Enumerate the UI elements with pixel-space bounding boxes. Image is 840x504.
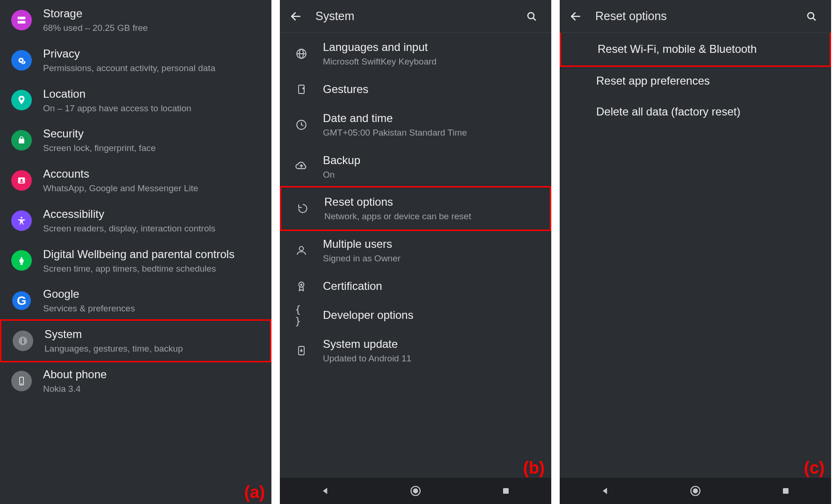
row-title: Reset options xyxy=(324,195,541,209)
row-title: Storage xyxy=(43,7,262,21)
panel-caption-b: (b) xyxy=(523,458,545,478)
back-button[interactable] xyxy=(285,5,307,28)
nav-recent[interactable] xyxy=(485,482,527,500)
header-title: System xyxy=(315,9,521,23)
location-icon xyxy=(11,90,32,110)
system-row-update[interactable]: System update Updated to Android 11 xyxy=(280,330,551,372)
row-title: Accessibility xyxy=(43,207,262,221)
panel-b: System Languages and input Microsoft Swi… xyxy=(280,0,551,504)
row-title: Certification xyxy=(323,279,542,293)
settings-row-accounts[interactable]: Accounts WhatsApp, Google and Messenger … xyxy=(0,160,271,201)
row-title: Security xyxy=(43,127,262,141)
svg-point-36 xyxy=(694,489,698,493)
system-row-users[interactable]: Multiple users Signed in as Owner xyxy=(280,230,551,272)
nav-back[interactable] xyxy=(584,482,626,500)
dev-icon: { } xyxy=(295,309,308,322)
svg-rect-0 xyxy=(18,17,26,20)
row-title: Digital Wellbeing and parental controls xyxy=(43,247,262,261)
storage-icon xyxy=(11,10,32,30)
row-sub: 68% used – 20.25 GB free xyxy=(43,22,262,34)
google-icon: G xyxy=(11,290,32,311)
row-sub: Screen lock, fingerprint, face xyxy=(43,143,262,154)
svg-rect-6 xyxy=(24,61,26,63)
settings-row-google[interactable]: G Google Services & preferences xyxy=(0,281,271,321)
system-row-reset[interactable]: Reset options Network, apps or device ca… xyxy=(280,186,551,231)
svg-line-34 xyxy=(813,18,815,20)
wellbeing-icon xyxy=(11,250,32,271)
system-row-languages[interactable]: Languages and input Microsoft SwiftKey K… xyxy=(280,33,551,75)
system-row-dev[interactable]: { } Developer options xyxy=(280,301,551,330)
row-title: Developer options xyxy=(323,308,542,322)
system-icon xyxy=(13,331,33,351)
accessibility-icon xyxy=(11,210,32,231)
row-title: Date and time xyxy=(323,111,542,125)
header-b: System xyxy=(280,0,551,33)
svg-line-20 xyxy=(533,18,535,20)
search-button[interactable] xyxy=(521,6,542,27)
svg-point-14 xyxy=(22,338,24,340)
svg-point-5 xyxy=(20,59,22,61)
row-sub: Nokia 3.4 xyxy=(43,383,262,395)
row-sub: Updated to Android 11 xyxy=(323,353,542,364)
svg-rect-1 xyxy=(18,21,26,24)
system-row-backup[interactable]: Backup On xyxy=(280,146,551,188)
row-sub: Services & preferences xyxy=(43,303,262,314)
svg-text:G: G xyxy=(17,294,26,308)
row-title: Privacy xyxy=(43,47,262,61)
back-button[interactable] xyxy=(564,5,587,28)
svg-point-8 xyxy=(21,179,23,181)
panel-a: Storage 68% used – 20.25 GB free Privacy… xyxy=(0,0,271,504)
row-title: Location xyxy=(43,87,262,101)
row-sub: Screen time, app timers, bedtime schedul… xyxy=(43,263,262,274)
system-row-gestures[interactable]: Gestures xyxy=(280,75,551,104)
nav-back[interactable] xyxy=(304,482,346,500)
reset-list: Reset Wi-Fi, mobile & Bluetooth Reset ap… xyxy=(560,33,831,478)
row-title: System xyxy=(44,327,261,341)
system-row-date[interactable]: Date and time GMT+05:00 Pakistan Standar… xyxy=(280,104,551,146)
search-button[interactable] xyxy=(801,6,822,27)
panel-caption-a: (a) xyxy=(244,482,265,502)
row-title: Delete all data (factory reset) xyxy=(596,105,822,119)
header-title: Reset options xyxy=(595,9,801,23)
header-c: Reset options xyxy=(560,0,831,33)
svg-point-30 xyxy=(414,489,418,493)
settings-row-wellbeing[interactable]: Digital Wellbeing and parental controls … xyxy=(0,241,271,281)
backup-icon xyxy=(295,160,308,173)
reset-row-app-prefs[interactable]: Reset app preferences xyxy=(560,65,831,96)
clock-icon xyxy=(295,118,308,131)
nav-home[interactable] xyxy=(394,482,437,500)
row-title: Accounts xyxy=(43,167,262,181)
row-sub: GMT+05:00 Pakistan Standard Time xyxy=(323,127,542,138)
nav-recent[interactable] xyxy=(765,482,807,500)
reset-row-factory[interactable]: Delete all data (factory reset) xyxy=(560,96,831,127)
row-sub: WhatsApp, Google and Messenger Lite xyxy=(43,183,262,194)
settings-row-accessibility[interactable]: Accessibility Screen readers, display, i… xyxy=(0,201,271,241)
nav-home[interactable] xyxy=(674,482,716,500)
row-sub: Screen readers, display, interaction con… xyxy=(43,223,262,234)
cert-icon xyxy=(295,280,308,293)
row-sub: Signed in as Owner xyxy=(323,253,542,264)
row-sub: Microsoft SwiftKey Keyboard xyxy=(323,56,542,67)
panel-caption-c: (c) xyxy=(804,458,825,478)
svg-point-26 xyxy=(299,246,304,251)
settings-row-privacy[interactable]: Privacy Permissions, account activity, p… xyxy=(0,40,271,80)
row-title: System update xyxy=(323,337,542,351)
settings-row-about[interactable]: About phone Nokia 3.4 xyxy=(0,361,271,401)
row-title: Google xyxy=(43,287,262,301)
svg-point-9 xyxy=(21,216,22,218)
row-sub: Permissions, account activity, personal … xyxy=(43,63,262,74)
language-icon xyxy=(295,47,308,60)
reset-row-wifi[interactable]: Reset Wi-Fi, mobile & Bluetooth xyxy=(560,33,831,67)
svg-rect-31 xyxy=(503,488,509,494)
reset-icon xyxy=(296,202,309,215)
settings-row-location[interactable]: Location On – 17 apps have access to loc… xyxy=(0,80,271,121)
settings-row-storage[interactable]: Storage 68% used – 20.25 GB free xyxy=(0,0,271,40)
settings-row-system[interactable]: System Languages, gestures, time, backup xyxy=(0,319,271,362)
system-row-cert[interactable]: Certification xyxy=(280,272,551,301)
panel-c: Reset options Reset Wi-Fi, mobile & Blue… xyxy=(560,0,831,504)
row-sub: Network, apps or device can be reset xyxy=(324,211,541,222)
nav-bar-c xyxy=(560,478,831,504)
row-sub: On xyxy=(323,169,542,180)
person-icon xyxy=(295,244,308,257)
settings-row-security[interactable]: Security Screen lock, fingerprint, face xyxy=(0,120,271,160)
